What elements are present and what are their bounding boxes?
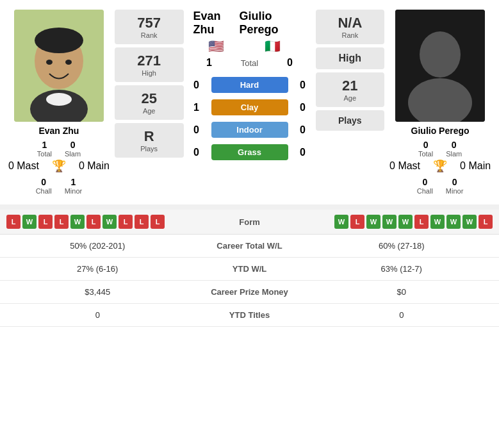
names-header: Evan Zhu 🇺🇸 Giulio Perego 🇮🇹 <box>187 10 313 54</box>
flag-left: 🇺🇸 <box>208 38 224 54</box>
stat-center-label: YTD W/L <box>186 264 314 274</box>
trophy-icon-right: 🏆 <box>433 159 447 173</box>
form-badge: L <box>151 215 165 229</box>
surface-btn-clay[interactable]: Clay <box>211 99 288 115</box>
form-badge: L <box>86 215 101 229</box>
left-name-flag: Evan Zhu 🇺🇸 <box>193 10 240 54</box>
form-badge: W <box>102 215 117 229</box>
high-box-right: High <box>316 47 385 69</box>
age-box-left: 25 Age <box>115 85 184 120</box>
stat-left-val: 0 <box>10 310 186 320</box>
player-right-photo <box>395 10 485 122</box>
player-right-stats-row1: 0 Total 0 Slam <box>418 140 462 158</box>
player-left: Evan Zhu 1 Total 0 Slam 0 Mast 🏆 0 Main <box>6 10 111 195</box>
form-badges-left: LWLLWLWLLL <box>6 215 211 229</box>
rank-box-right: N/A Rank <box>316 10 385 44</box>
stat-row: 27% (6-16)YTD W/L63% (12-7) <box>0 258 499 281</box>
form-badge: W <box>70 215 85 229</box>
right-name-flag: Giulio Perego 🇮🇹 <box>240 10 306 54</box>
surface-row-hard: 0 Hard 0 <box>187 77 313 93</box>
form-row: LWLLWLWLLL Form WLWWWLWWWL <box>0 210 499 235</box>
stat-right-val: $0 <box>314 287 490 297</box>
player-left-total: 1 Total <box>37 140 52 158</box>
surface-row-clay: 1 Clay 0 <box>187 99 313 115</box>
trophy-row-right: 0 Mast 🏆 0 Main <box>389 159 491 173</box>
form-badge: L <box>119 215 133 229</box>
svg-point-8 <box>420 31 461 78</box>
svg-point-5 <box>65 60 72 65</box>
stat-left-val: 50% (202-201) <box>10 241 186 251</box>
stat-center-label: Career Total W/L <box>186 241 314 251</box>
stat-row: 50% (202-201)Career Total W/L60% (27-18) <box>0 235 499 258</box>
surface-row-grass: 0 Grass 0 <box>187 144 313 160</box>
form-badge: W <box>366 215 380 229</box>
form-badge: L <box>135 215 149 229</box>
form-label: Form <box>211 217 288 227</box>
player-right-total: 0 Total <box>418 140 433 158</box>
plays-box-left: R Plays <box>115 123 184 158</box>
surface-btn-hard[interactable]: Hard <box>211 77 288 93</box>
high-box-left: 271 High <box>115 47 184 82</box>
stat-right-val: 60% (27-18) <box>314 241 490 251</box>
left-center-stats: 757 Rank 271 High 25 Age R Plays <box>115 10 184 158</box>
player-right-minor: 0 Minor <box>446 177 464 195</box>
surface-btn-grass[interactable]: Grass <box>211 144 288 160</box>
stat-center-label: Career Prize Money <box>186 287 314 297</box>
form-badge: W <box>446 215 461 229</box>
player-right-main: 0 Main <box>460 160 491 172</box>
player-left-stats-row3: 0 Chall 1 Minor <box>36 177 83 195</box>
svg-point-6 <box>46 93 72 106</box>
player-left-photo <box>14 10 104 122</box>
stat-rows-container: 50% (202-201)Career Total W/L60% (27-18)… <box>0 235 499 327</box>
player-right-mast: 0 Mast <box>389 160 420 172</box>
center-match-block: Evan Zhu 🇺🇸 Giulio Perego 🇮🇹 1 Total 0 0… <box>187 10 313 163</box>
stat-left-val: 27% (6-16) <box>10 264 186 274</box>
form-badge: L <box>414 215 429 229</box>
form-badge: W <box>334 215 348 229</box>
flag-right: 🇮🇹 <box>265 38 281 54</box>
player-right-chall: 0 Chall <box>417 177 433 195</box>
surface-rows: 0 Hard 0 1 Clay 0 0 Indoor 0 0 Grass 0 <box>187 77 313 163</box>
player-left-stats-row1: 1 Total 0 Slam <box>37 140 81 158</box>
rank-box-left: 757 Rank <box>115 10 184 44</box>
player-left-main: 0 Main <box>79 160 110 172</box>
form-badge: L <box>350 215 364 229</box>
player-left-slam: 0 Slam <box>65 140 81 158</box>
svg-point-4 <box>46 60 53 65</box>
form-badge: W <box>430 215 445 229</box>
stat-right-val: 0 <box>314 310 490 320</box>
bottom-section: LWLLWLWLLL Form WLWWWLWWWL 50% (202-201)… <box>0 210 499 448</box>
right-center-stats: N/A Rank High 21 Age Plays <box>316 10 385 131</box>
stat-center-label: YTD Titles <box>186 310 314 320</box>
form-badge: W <box>382 215 397 229</box>
form-badge: W <box>462 215 477 229</box>
form-badge: W <box>398 215 413 229</box>
trophy-row-left: 0 Mast 🏆 0 Main <box>8 159 110 173</box>
stat-left-val: $3,445 <box>10 287 186 297</box>
form-badge: L <box>479 215 493 229</box>
form-badges-right: WLWWWLWWWL <box>288 215 493 229</box>
form-badge: L <box>54 215 69 229</box>
player-right-name: Giulio Perego <box>411 126 470 136</box>
trophy-icon-left: 🏆 <box>52 159 66 173</box>
surface-btn-indoor[interactable]: Indoor <box>211 122 288 138</box>
svg-point-3 <box>35 28 83 53</box>
stat-right-val: 63% (12-7) <box>314 264 490 274</box>
form-badge: W <box>22 215 37 229</box>
player-left-mast: 0 Mast <box>8 160 39 172</box>
player-right: Giulio Perego 0 Total 0 Slam 0 Mast 🏆 0 … <box>388 10 493 195</box>
player-left-minor: 1 Minor <box>65 177 83 195</box>
player-right-stats-row3: 0 Chall 0 Minor <box>417 177 464 195</box>
player-left-name: Evan Zhu <box>38 126 79 136</box>
top-section: Evan Zhu 1 Total 0 Slam 0 Mast 🏆 0 Main <box>0 0 499 204</box>
form-badge: L <box>6 215 20 229</box>
age-box-right: 21 Age <box>316 72 385 107</box>
total-row: 1 Total 0 <box>200 57 300 69</box>
stat-row: $3,445Career Prize Money$0 <box>0 281 499 304</box>
plays-box-right: Plays <box>316 110 385 131</box>
form-badge: L <box>38 215 53 229</box>
stat-row: 0YTD Titles0 <box>0 304 499 327</box>
surface-row-indoor: 0 Indoor 0 <box>187 122 313 138</box>
player-right-slam: 0 Slam <box>446 140 462 158</box>
player-left-chall: 0 Chall <box>36 177 52 195</box>
